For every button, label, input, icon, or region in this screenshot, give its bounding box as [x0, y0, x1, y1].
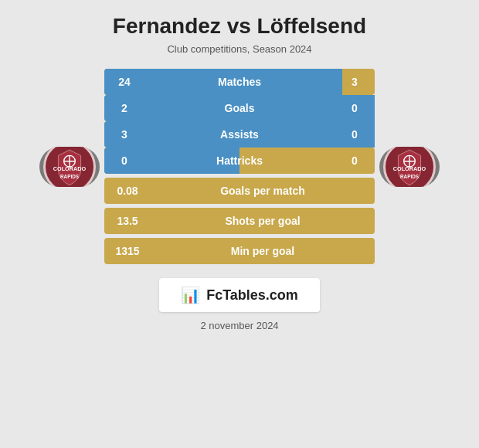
single-label-2: Min per goal [151, 245, 375, 257]
stat-row-matches: 24Matches3 [104, 69, 375, 95]
single-label-1: Shots per goal [151, 215, 375, 227]
stat-label-0: Matches [144, 76, 335, 88]
single-stats: 0.08Goals per match13.5Shots per goal131… [104, 178, 375, 264]
stat-left-3: 0 [104, 154, 144, 167]
stat-row-hattricks: 0Hattricks0 [104, 148, 375, 174]
single-label-0: Goals per match [151, 185, 375, 197]
stat-row-assists: 3Assists0 [104, 121, 375, 148]
right-team-container: COLORADO RAPIDS [375, 147, 444, 187]
stat-right-1: 0 [335, 102, 375, 114]
branding-box: 📊 FcTables.com [159, 278, 320, 312]
page-title: Fernandez vs Löffelsend [113, 14, 366, 39]
stat-left-0: 24 [104, 76, 144, 88]
right-team-logo: COLORADO RAPIDS [383, 147, 436, 187]
main-content: COLORADO RAPIDS 24Matches32Goals03Assist… [8, 69, 471, 264]
single-stat-row-0: 0.08Goals per match [104, 178, 375, 204]
comparison-stats: 24Matches32Goals03Assists00Hattricks0 [104, 69, 375, 174]
svg-text:RAPIDS: RAPIDS [400, 173, 419, 178]
stat-left-2: 3 [104, 128, 144, 141]
right-badge-pill: COLORADO RAPIDS [379, 147, 440, 187]
single-stat-row-1: 13.5Shots per goal [104, 208, 375, 234]
single-val-1: 13.5 [104, 215, 151, 227]
single-stat-row-2: 1315Min per goal [104, 238, 375, 264]
left-team-container: COLORADO RAPIDS [35, 147, 104, 187]
left-logo-svg: COLORADO RAPIDS [46, 147, 93, 187]
left-badge-pill: COLORADO RAPIDS [39, 147, 100, 187]
date-label: 2 november 2024 [200, 320, 278, 331]
stat-label-1: Goals [144, 102, 335, 114]
single-val-0: 0.08 [104, 185, 151, 197]
right-logo-svg: COLORADO RAPIDS [386, 147, 433, 187]
stat-right-0: 3 [335, 76, 375, 88]
single-val-2: 1315 [104, 245, 151, 257]
branding-text: FcTables.com [206, 287, 298, 304]
stat-row-goals: 2Goals0 [104, 95, 375, 121]
left-team-logo: COLORADO RAPIDS [43, 147, 96, 187]
stat-right-2: 0 [335, 128, 375, 141]
branding-icon: 📊 [181, 286, 200, 304]
stat-left-1: 2 [104, 102, 144, 114]
page-subtitle: Club competitions, Season 2024 [167, 43, 311, 55]
svg-text:RAPIDS: RAPIDS [60, 173, 79, 178]
stat-right-3: 0 [335, 154, 375, 167]
stat-label-3: Hattricks [144, 154, 335, 167]
page-container: Fernandez vs Löffelsend Club competition… [0, 0, 479, 448]
stats-column: 24Matches32Goals03Assists00Hattricks0 0.… [104, 69, 375, 264]
stat-label-2: Assists [144, 128, 335, 141]
